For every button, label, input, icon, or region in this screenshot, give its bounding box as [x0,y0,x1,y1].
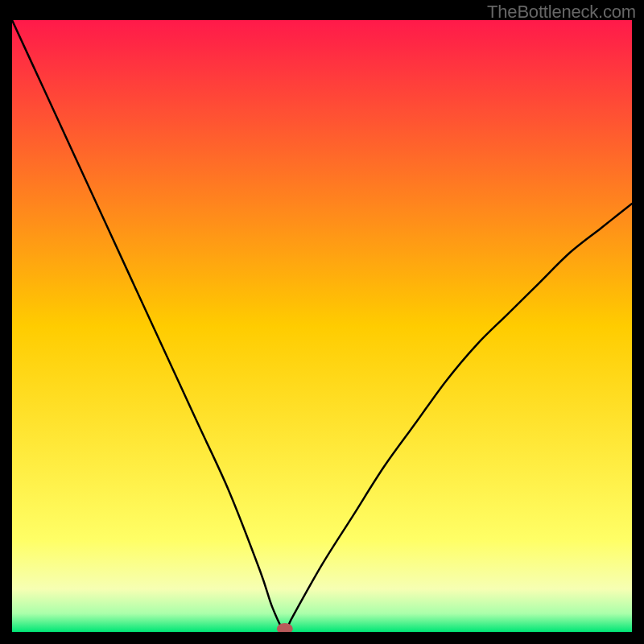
watermark-text: TheBottleneck.com [487,2,636,23]
chart-frame: TheBottleneck.com [0,0,644,644]
chart-background [12,20,632,632]
bottleneck-chart [12,20,632,632]
chart-svg [12,20,632,632]
